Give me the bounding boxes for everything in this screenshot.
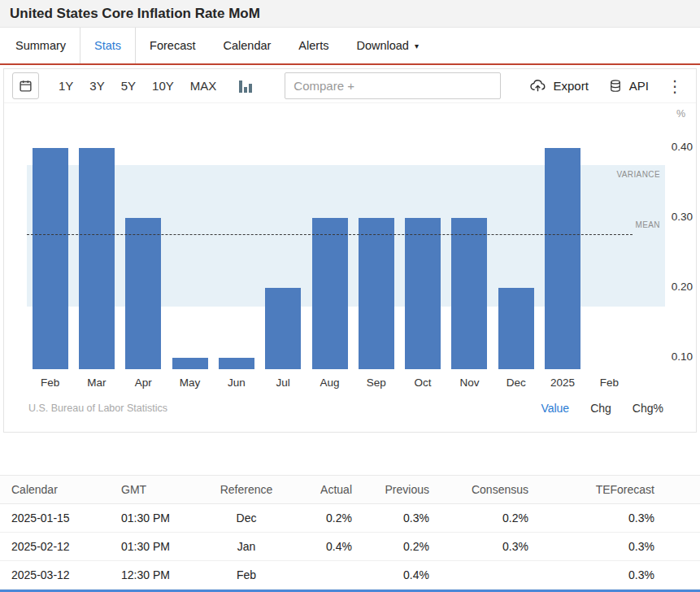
chart-toolbar: 1Y 3Y 5Y 10Y MAX Export bbox=[4, 69, 696, 103]
bar-feb[interactable] bbox=[33, 148, 68, 369]
table-cell-previous: 0.2% bbox=[359, 533, 436, 561]
tab-alerts[interactable]: Alerts bbox=[285, 28, 342, 63]
table-cell-calendar: 2025-02-12 bbox=[0, 533, 115, 561]
y-axis-unit: % bbox=[645, 108, 685, 120]
calendar-icon bbox=[19, 79, 33, 93]
mode-value[interactable]: Value bbox=[541, 402, 569, 415]
api-button[interactable]: API bbox=[598, 79, 659, 94]
calendar-table: CalendarGMTReferenceActualPreviousConsen… bbox=[0, 475, 700, 590]
chevron-down-icon: ▾ bbox=[415, 41, 419, 50]
chart-source: U.S. Bureau of Labor Statistics bbox=[28, 403, 167, 414]
date-range-picker-button[interactable] bbox=[12, 72, 39, 99]
tab-summary[interactable]: Summary bbox=[2, 28, 80, 63]
y-tick-label: 0.40 bbox=[652, 141, 693, 153]
table-row[interactable]: 2025-01-1501:30 PMDec0.2%0.3%0.2%0.3% bbox=[0, 504, 700, 533]
plot-area bbox=[27, 121, 633, 369]
table-cell-consensus: 0.3% bbox=[436, 533, 535, 561]
x-tick-label: 2025 bbox=[539, 377, 585, 389]
table-cell-actual: 0.4% bbox=[283, 533, 359, 561]
bar-chart-icon bbox=[239, 81, 252, 93]
table-cell-gmt: 01:30 PM bbox=[115, 504, 210, 533]
y-tick-label: 0.10 bbox=[652, 350, 693, 363]
tab-stats[interactable]: Stats bbox=[80, 28, 136, 63]
more-menu-button[interactable]: ⋮ bbox=[659, 78, 688, 94]
mean-label: MEAN bbox=[636, 220, 661, 229]
table-cell-reference: Jan bbox=[210, 533, 283, 561]
mode-chg[interactable]: Chg bbox=[590, 402, 611, 415]
chart-mode-switcher: Value Chg Chg% bbox=[541, 402, 663, 415]
table-cell-previous: 0.3% bbox=[359, 504, 436, 533]
tab-download-label: Download bbox=[356, 39, 409, 52]
column-header-calendar: Calendar bbox=[0, 476, 115, 504]
bar-may[interactable] bbox=[172, 358, 208, 369]
chart-panel: 1Y 3Y 5Y 10Y MAX Export bbox=[3, 68, 697, 433]
x-tick-label: Feb bbox=[27, 377, 73, 389]
table-cell-actual bbox=[283, 561, 359, 590]
bar-jul[interactable] bbox=[265, 288, 301, 369]
table-cell-reference: Feb bbox=[210, 561, 283, 590]
mode-chg-pct[interactable]: Chg% bbox=[633, 402, 663, 415]
bar-oct[interactable] bbox=[405, 218, 441, 369]
bar-apr[interactable] bbox=[125, 218, 161, 369]
table-header-row: CalendarGMTReferenceActualPreviousConsen… bbox=[0, 476, 700, 504]
page-title: United States Core Inflation Rate MoM bbox=[10, 6, 260, 22]
chart: % VARIANCE MEAN U.S. Bureau of Labor Sta… bbox=[4, 113, 696, 425]
table-cell-gmt: 01:30 PM bbox=[115, 533, 210, 561]
tab-bar: Summary Stats Forecast Calendar Alerts D… bbox=[0, 28, 700, 65]
page-header: United States Core Inflation Rate MoM bbox=[0, 0, 700, 28]
mean-line bbox=[27, 234, 633, 235]
x-tick-label: Feb bbox=[586, 377, 633, 389]
x-tick-label: Jun bbox=[213, 377, 259, 389]
tab-download[interactable]: Download ▾ bbox=[342, 28, 433, 63]
table-cell-teforecast: 0.3% bbox=[535, 504, 700, 533]
calendar-table-body: 2025-01-1501:30 PMDec0.2%0.3%0.2%0.3%202… bbox=[0, 504, 700, 590]
table-row[interactable]: 2025-02-1201:30 PMJan0.4%0.2%0.3%0.3% bbox=[0, 533, 700, 561]
table-cell-calendar: 2025-01-15 bbox=[0, 504, 115, 533]
export-label: Export bbox=[553, 79, 588, 93]
column-header-actual: Actual bbox=[283, 476, 359, 504]
x-tick-label: Mar bbox=[73, 377, 120, 389]
range-button-3y[interactable]: 3Y bbox=[81, 79, 112, 93]
api-label: API bbox=[629, 79, 649, 93]
bar-sep[interactable] bbox=[359, 218, 394, 369]
variance-label: VARIANCE bbox=[616, 170, 660, 179]
range-button-10y[interactable]: 10Y bbox=[144, 79, 182, 93]
database-icon bbox=[608, 79, 623, 94]
x-tick-label: Sep bbox=[353, 377, 399, 389]
bar-dec[interactable] bbox=[498, 288, 534, 369]
column-header-gmt: GMT bbox=[115, 476, 210, 504]
table-cell-actual: 0.2% bbox=[283, 504, 359, 533]
table-cell-reference: Dec bbox=[210, 504, 283, 533]
table-cell-consensus: 0.2% bbox=[436, 504, 535, 533]
bar-nov[interactable] bbox=[451, 218, 487, 369]
column-header-previous: Previous bbox=[359, 476, 436, 504]
table-row[interactable]: 2025-03-1212:30 PMFeb0.4%0.3% bbox=[0, 561, 700, 590]
table-cell-calendar: 2025-03-12 bbox=[0, 561, 115, 590]
x-tick-label: Jul bbox=[260, 377, 307, 389]
column-header-consensus: Consensus bbox=[436, 476, 535, 504]
kebab-menu-icon: ⋮ bbox=[667, 77, 683, 95]
table-cell-previous: 0.4% bbox=[359, 561, 436, 590]
column-header-reference: Reference bbox=[210, 476, 283, 504]
table-cell-gmt: 12:30 PM bbox=[115, 561, 210, 590]
bar-2025[interactable] bbox=[545, 148, 580, 369]
x-tick-label: Nov bbox=[446, 377, 493, 389]
chart-type-button[interactable] bbox=[236, 80, 255, 93]
x-tick-label: Dec bbox=[493, 377, 539, 389]
bar-aug[interactable] bbox=[312, 218, 348, 369]
x-tick-label: May bbox=[167, 377, 213, 389]
tab-forecast[interactable]: Forecast bbox=[136, 28, 209, 63]
bar-jun[interactable] bbox=[219, 358, 254, 369]
export-button[interactable]: Export bbox=[520, 77, 598, 94]
range-button-1y[interactable]: 1Y bbox=[50, 79, 81, 93]
table-cell-teforecast: 0.3% bbox=[535, 561, 700, 590]
range-button-max[interactable]: MAX bbox=[182, 79, 225, 93]
cloud-upload-icon bbox=[529, 77, 546, 94]
x-tick-label: Apr bbox=[120, 377, 167, 389]
compare-input[interactable] bbox=[285, 72, 501, 99]
tab-calendar[interactable]: Calendar bbox=[210, 28, 285, 63]
range-button-5y[interactable]: 5Y bbox=[113, 79, 144, 93]
table-cell-teforecast: 0.3% bbox=[535, 533, 700, 561]
y-tick-label: 0.20 bbox=[652, 281, 693, 293]
bar-mar[interactable] bbox=[79, 148, 115, 369]
